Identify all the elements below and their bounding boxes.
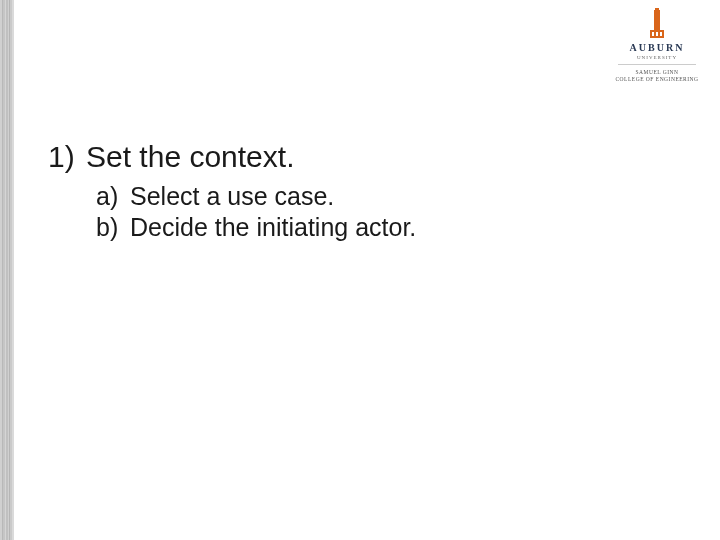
- svg-rect-3: [652, 32, 654, 36]
- logo-college-line1: SAMUEL GINN: [612, 69, 702, 76]
- svg-rect-1: [655, 8, 659, 12]
- svg-rect-4: [656, 32, 658, 36]
- svg-rect-0: [654, 10, 660, 30]
- outline-sub-marker: a): [96, 182, 130, 211]
- logo-divider: [618, 64, 696, 65]
- outline-item-1: 1) Set the context.: [48, 140, 690, 174]
- outline-sub-text: Decide the initiating actor.: [130, 213, 416, 242]
- svg-rect-5: [660, 32, 662, 36]
- slide-content: 1) Set the context. a) Select a use case…: [48, 140, 690, 244]
- logo-tower-icon: [612, 8, 702, 40]
- decorative-left-border: [0, 0, 14, 540]
- outline-text: Set the context.: [86, 140, 294, 174]
- logo-college-line2: COLLEGE OF ENGINEERING: [612, 76, 702, 83]
- logo-wordmark: AUBURN: [612, 42, 702, 53]
- university-logo: AUBURN UNIVERSITY SAMUEL GINN COLLEGE OF…: [612, 8, 702, 83]
- outline-subitem-a: a) Select a use case.: [96, 182, 690, 211]
- outline-sub-marker: b): [96, 213, 130, 242]
- outline-sublist: a) Select a use case. b) Decide the init…: [96, 182, 690, 242]
- logo-subtext: UNIVERSITY: [612, 55, 702, 60]
- outline-marker: 1): [48, 140, 86, 174]
- outline-sub-text: Select a use case.: [130, 182, 334, 211]
- outline-subitem-b: b) Decide the initiating actor.: [96, 213, 690, 242]
